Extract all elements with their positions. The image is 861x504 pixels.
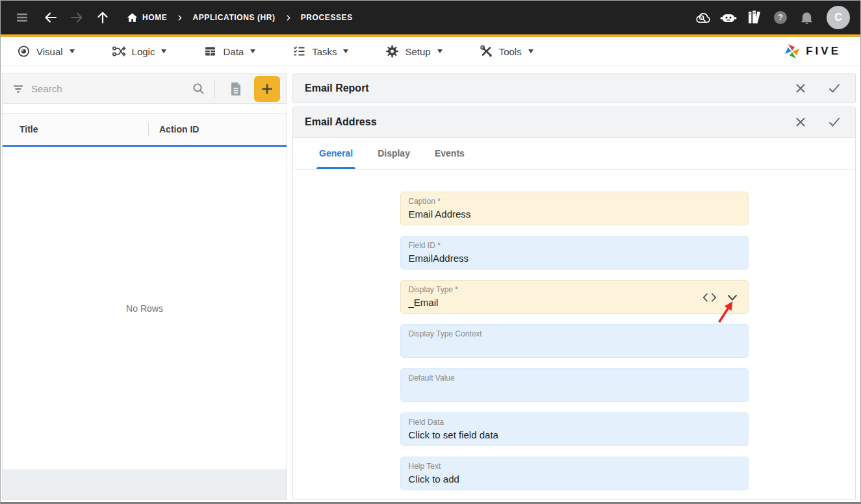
eye-icon bbox=[17, 45, 31, 58]
menu-items: Visual Logic Data bbox=[17, 45, 533, 58]
back-arrow-icon bbox=[43, 10, 58, 25]
fields-column: Caption * Email Address Field ID * Email… bbox=[400, 192, 749, 490]
books-icon bbox=[747, 10, 763, 25]
filter-icon[interactable] bbox=[12, 82, 25, 95]
dropdown-caret-icon bbox=[528, 49, 533, 53]
breadcrumb-home-label: HOME bbox=[142, 13, 167, 22]
breadcrumb-chevron-icon bbox=[175, 14, 184, 22]
hamburger-menu-button[interactable] bbox=[12, 8, 32, 27]
breadcrumb-chevron-icon bbox=[284, 14, 292, 22]
records-grid: Title Action ID No Rows bbox=[3, 113, 287, 499]
tab-display[interactable]: Display bbox=[370, 138, 418, 169]
cloud-search-button[interactable] bbox=[693, 8, 712, 27]
gear-icon bbox=[385, 45, 399, 58]
chevron-down-icon[interactable] bbox=[727, 294, 738, 301]
display-type-field[interactable]: Display Type * _Email bbox=[400, 280, 749, 314]
nav-history-group bbox=[41, 8, 112, 27]
breadcrumb-applications[interactable]: APPLICATIONS (HR) bbox=[192, 13, 275, 22]
dropdown-caret-icon bbox=[250, 49, 255, 53]
dropdown-caret-icon bbox=[70, 49, 75, 53]
menubar: Visual Logic Data bbox=[1, 37, 860, 66]
toolbar-divider bbox=[214, 80, 215, 98]
help-text-field[interactable]: Help Text Click to add bbox=[400, 457, 749, 490]
robot-icon bbox=[720, 10, 737, 25]
field-id-field[interactable]: Field ID * EmailAddress bbox=[400, 236, 749, 270]
table-icon bbox=[203, 45, 217, 58]
check-icon bbox=[828, 82, 841, 94]
report-cancel-button[interactable] bbox=[793, 81, 808, 96]
menu-data[interactable]: Data bbox=[203, 45, 255, 58]
svg-text:?: ? bbox=[778, 12, 783, 22]
no-rows-message: No Rows bbox=[126, 303, 163, 314]
record-card: Email Address General Display Events bbox=[292, 107, 856, 500]
report-header-bar: Email Report bbox=[292, 73, 856, 103]
hamburger-icon bbox=[15, 10, 29, 25]
user-avatar[interactable]: C bbox=[827, 6, 850, 29]
menu-tools[interactable]: Tools bbox=[480, 45, 533, 58]
help-icon: ? bbox=[773, 10, 788, 25]
up-button[interactable] bbox=[93, 8, 112, 27]
tab-general[interactable]: General bbox=[311, 138, 361, 169]
column-divider bbox=[148, 123, 149, 136]
dropdown-caret-icon bbox=[437, 49, 443, 53]
code-icon[interactable] bbox=[702, 293, 717, 302]
record-title: Email Address bbox=[305, 116, 377, 128]
help-button[interactable]: ? bbox=[771, 8, 790, 27]
general-tab-form: Caption * Email Address Field ID * Email… bbox=[293, 170, 855, 499]
bell-icon bbox=[799, 10, 814, 25]
add-record-button[interactable] bbox=[254, 76, 280, 102]
notifications-button[interactable] bbox=[797, 8, 816, 27]
forward-arrow-icon bbox=[69, 10, 84, 25]
record-cancel-button[interactable] bbox=[793, 114, 808, 130]
column-header-title[interactable]: Title bbox=[19, 124, 148, 134]
navbar-right-actions: ? C bbox=[693, 6, 850, 29]
main-content: Title Action ID No Rows Email Report bbox=[1, 66, 860, 502]
five-brand: FIVE bbox=[784, 43, 841, 60]
report-header-actions bbox=[793, 81, 842, 96]
grid-header: Title Action ID bbox=[3, 114, 287, 145]
field-data-field[interactable]: Field Data Click to set field data bbox=[400, 412, 749, 446]
brand-wordmark: FIVE bbox=[806, 45, 841, 58]
up-arrow-icon bbox=[95, 10, 110, 25]
record-save-button[interactable] bbox=[827, 114, 842, 130]
back-button[interactable] bbox=[41, 8, 60, 27]
assistant-bot-button[interactable] bbox=[719, 8, 738, 27]
grid-footer bbox=[3, 470, 287, 499]
default-value-field[interactable]: Default Value bbox=[400, 368, 749, 402]
column-header-action-id[interactable]: Action ID bbox=[159, 124, 199, 134]
close-icon bbox=[795, 116, 806, 128]
checklist-icon bbox=[292, 45, 306, 58]
record-tabs: General Display Events bbox=[293, 138, 855, 170]
check-icon bbox=[828, 116, 841, 128]
menu-tasks[interactable]: Tasks bbox=[292, 45, 348, 58]
record-header-bar: Email Address bbox=[293, 107, 855, 138]
cloud-search-icon bbox=[694, 10, 712, 25]
tools-icon bbox=[480, 45, 493, 58]
top-navbar: HOME APPLICATIONS (HR) PROCESSES bbox=[1, 1, 860, 34]
breadcrumb-home[interactable]: HOME bbox=[127, 12, 167, 23]
notes-document-button[interactable] bbox=[224, 77, 248, 101]
menu-visual[interactable]: Visual bbox=[17, 45, 75, 58]
search-icon[interactable] bbox=[192, 82, 205, 95]
home-icon bbox=[127, 12, 138, 23]
breadcrumb-processes[interactable]: PROCESSES bbox=[301, 13, 353, 22]
caption-field[interactable]: Caption * Email Address bbox=[400, 192, 749, 225]
close-icon bbox=[795, 82, 806, 94]
tab-events[interactable]: Events bbox=[427, 138, 472, 169]
active-tab-underline bbox=[316, 167, 355, 169]
forward-button[interactable] bbox=[67, 8, 86, 27]
library-docs-button[interactable] bbox=[745, 8, 764, 27]
search-input[interactable] bbox=[31, 83, 185, 94]
plus-icon bbox=[261, 82, 274, 95]
breadcrumb: HOME APPLICATIONS (HR) PROCESSES bbox=[127, 12, 353, 23]
menu-logic[interactable]: Logic bbox=[112, 45, 167, 58]
app-window: HOME APPLICATIONS (HR) PROCESSES bbox=[0, 0, 861, 504]
display-type-context-field[interactable]: Display Type Context bbox=[400, 324, 749, 358]
dropdown-caret-icon bbox=[161, 49, 166, 53]
report-save-button[interactable] bbox=[827, 81, 842, 96]
left-list-panel: Title Action ID No Rows bbox=[2, 73, 287, 500]
menu-setup[interactable]: Setup bbox=[385, 45, 442, 58]
record-header-actions bbox=[793, 114, 842, 130]
document-icon bbox=[229, 81, 243, 97]
right-detail-panel: Email Report Email Address bbox=[292, 73, 856, 500]
